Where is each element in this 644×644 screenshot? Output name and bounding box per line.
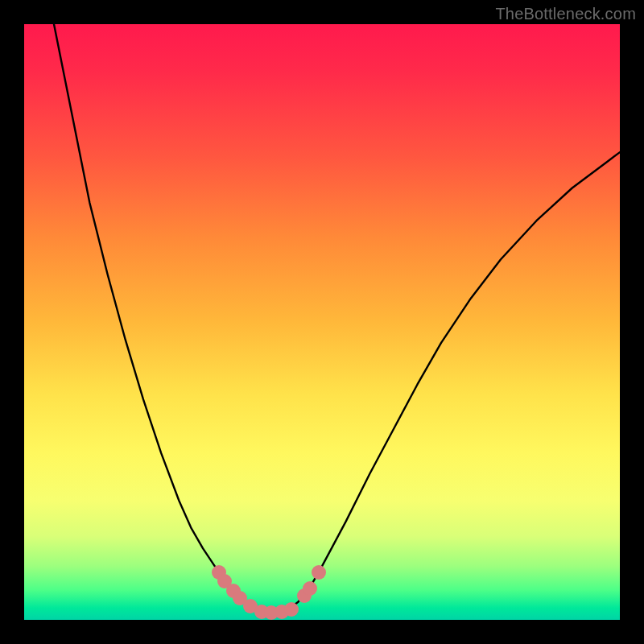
bottleneck-curve (24, 24, 620, 620)
plot-area (24, 24, 620, 620)
data-marker (312, 565, 326, 580)
outer-frame: TheBottleneck.com (0, 0, 644, 644)
data-marker (303, 581, 317, 596)
data-marker (284, 602, 299, 617)
watermark-text: TheBottleneck.com (495, 5, 636, 23)
